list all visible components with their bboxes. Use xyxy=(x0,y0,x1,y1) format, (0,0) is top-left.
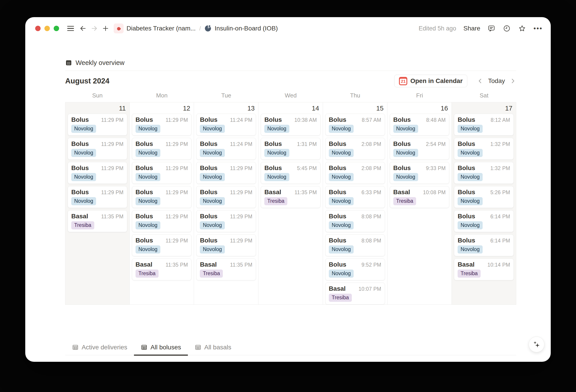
insulin-tag: Novolog xyxy=(200,245,225,253)
event-card-bolus[interactable]: Bolus1:32 PMNovolog xyxy=(454,162,514,184)
event-card-bolus[interactable]: Bolus11:29 PMNovolog xyxy=(68,162,127,184)
event-card-bolus[interactable]: Bolus11:29 PMNovolog xyxy=(68,186,127,208)
event-card-bolus[interactable]: Bolus1:31 PMNovolog xyxy=(261,138,320,160)
event-time: 2:08 PM xyxy=(362,165,381,171)
event-card-header: Bolus11:29 PM xyxy=(200,213,252,220)
history-icon[interactable] xyxy=(503,24,511,32)
open-in-calendar-button[interactable]: 21 Open in Calendar xyxy=(394,75,467,87)
calendar-toolbar: August 2024 21 Open in Calendar Today xyxy=(65,74,516,88)
event-card-bolus[interactable]: Bolus11:29 PMNovolog xyxy=(132,234,192,256)
event-card-header: Bolus1:32 PM xyxy=(458,164,510,172)
event-card-header: Basal10:14 PM xyxy=(458,261,510,268)
event-time: 5:45 PM xyxy=(297,165,317,171)
close-button[interactable] xyxy=(35,26,41,31)
event-card-basal[interactable]: Basal10:08 PMTresiba xyxy=(390,186,450,208)
event-title: Bolus xyxy=(393,164,411,172)
event-card-bolus[interactable]: Bolus11:29 PMNovolog xyxy=(132,186,192,208)
event-title: Bolus xyxy=(458,237,475,244)
view-title[interactable]: Weekly overview xyxy=(76,59,124,66)
more-options-icon[interactable]: ••• xyxy=(533,25,543,32)
tab-label: All basals xyxy=(204,344,231,351)
event-card-bolus[interactable]: Bolus1:32 PMNovolog xyxy=(454,138,514,160)
today-button[interactable]: Today xyxy=(488,77,505,85)
event-card-bolus[interactable]: Bolus11:29 PMNovolog xyxy=(132,210,192,232)
event-card-bolus[interactable]: Bolus8:57 AMNovolog xyxy=(325,114,385,136)
event-time: 11:29 PM xyxy=(166,117,188,123)
event-card-bolus[interactable]: Bolus11:29 PMNovolog xyxy=(196,186,256,208)
event-card-basal[interactable]: Basal10:14 PMTresiba xyxy=(454,258,514,280)
event-card-bolus[interactable]: Bolus2:08 PMNovolog xyxy=(325,138,385,160)
event-title: Bolus xyxy=(329,261,346,268)
event-card-bolus[interactable]: Bolus11:29 PMNovolog xyxy=(132,138,192,160)
event-title: Bolus xyxy=(71,188,89,196)
day-header-tue: Tue xyxy=(194,92,259,99)
event-card-bolus[interactable]: Bolus10:38 AMNovolog xyxy=(261,114,320,136)
comments-icon[interactable] xyxy=(487,24,495,32)
view-tabs: Active deliveriesAll bolusesAll basals xyxy=(65,344,516,355)
event-card-bolus[interactable]: Bolus11:29 PMNovolog xyxy=(68,138,127,160)
event-card-bolus[interactable]: Bolus5:26 PMNovolog xyxy=(454,186,514,208)
event-card-basal[interactable]: Basal11:35 PMTresiba xyxy=(261,186,320,208)
event-tags: Novolog xyxy=(71,149,124,157)
event-card-bolus[interactable]: Bolus6:33 PMNovolog xyxy=(325,186,385,208)
day-column-17: 17Bolus8:12 AMNovologBolus1:32 PMNovolog… xyxy=(452,102,516,304)
event-card-bolus[interactable]: Bolus11:24 PMNovolog xyxy=(196,114,256,136)
event-card-bolus[interactable]: Bolus11:29 PMNovolog xyxy=(132,162,192,184)
event-card-bolus[interactable]: Bolus8:08 PMNovolog xyxy=(325,210,385,232)
zoom-button[interactable] xyxy=(54,26,59,31)
event-tags: Novolog xyxy=(329,173,381,181)
tab-all-boluses[interactable]: All boluses xyxy=(134,344,188,355)
event-time: 11:35 PM xyxy=(101,213,124,220)
event-card-bolus[interactable]: Bolus2:54 PMNovolog xyxy=(390,138,450,160)
event-card-basal[interactable]: Basal10:07 PMTresiba xyxy=(325,283,385,304)
breadcrumb-root[interactable]: Diabetes Tracker (nam... xyxy=(114,24,196,33)
new-page-button[interactable] xyxy=(101,24,111,33)
event-tags: Novolog xyxy=(393,125,446,133)
forward-button[interactable] xyxy=(89,24,99,33)
insulin-tag: Tresiba xyxy=(329,294,352,302)
back-button[interactable] xyxy=(78,24,88,33)
event-card-bolus[interactable]: Bolus11:29 PMNovolog xyxy=(132,114,192,136)
previous-week-button[interactable] xyxy=(477,78,484,84)
insulin-tag: Novolog xyxy=(329,221,354,229)
date-number: 15 xyxy=(323,102,387,113)
event-card-header: Bolus6:14 PM xyxy=(458,213,510,220)
event-card-bolus[interactable]: Bolus8:12 AMNovolog xyxy=(454,114,514,136)
tab-active-deliveries[interactable]: Active deliveries xyxy=(65,344,134,355)
event-card-bolus[interactable]: Bolus2:08 PMNovolog xyxy=(325,162,385,184)
event-card-bolus[interactable]: Bolus6:14 PMNovolog xyxy=(454,210,514,232)
events-list: Bolus8:12 AMNovologBolus1:32 PMNovologBo… xyxy=(452,113,516,281)
event-card-bolus[interactable]: Bolus9:33 PMNovolog xyxy=(390,162,450,184)
insulin-tag: Novolog xyxy=(393,149,418,157)
event-card-bolus[interactable]: Bolus11:29 PMNovolog xyxy=(196,162,256,184)
event-card-bolus[interactable]: Bolus11:29 PMNovolog xyxy=(68,114,127,136)
event-card-bolus[interactable]: Bolus8:48 AMNovolog xyxy=(390,114,450,136)
event-card-bolus[interactable]: Bolus5:45 PMNovolog xyxy=(261,162,320,184)
event-card-bolus[interactable]: Bolus11:29 PMNovolog xyxy=(196,210,256,232)
pie-chart-icon xyxy=(204,25,212,32)
minimize-button[interactable] xyxy=(44,26,50,31)
insulin-tag: Novolog xyxy=(264,125,289,133)
event-card-bolus[interactable]: Bolus11:24 PMNovolog xyxy=(196,138,256,160)
event-card-bolus[interactable]: Bolus11:29 PMNovolog xyxy=(196,234,256,256)
favorite-icon[interactable] xyxy=(518,24,526,32)
breadcrumb-page[interactable]: Insulin-on-Board (IOB) xyxy=(204,25,278,32)
event-card-bolus[interactable]: Bolus8:08 PMNovolog xyxy=(325,234,385,256)
tab-all-basals[interactable]: All basals xyxy=(188,344,238,355)
event-card-header: Bolus8:48 AM xyxy=(393,116,446,123)
share-button[interactable]: Share xyxy=(463,25,480,32)
event-title: Bolus xyxy=(136,140,153,148)
event-time: 11:35 PM xyxy=(230,262,252,268)
day-header-mon: Mon xyxy=(130,92,194,99)
event-card-basal[interactable]: Basal11:35 PMTresiba xyxy=(196,258,256,280)
next-week-button[interactable] xyxy=(510,78,516,84)
event-card-basal[interactable]: Basal11:35 PMTresiba xyxy=(132,258,192,280)
event-card-header: Bolus8:57 AM xyxy=(329,116,381,123)
event-card-bolus[interactable]: Bolus6:14 PMNovolog xyxy=(454,234,514,256)
event-card-bolus[interactable]: Bolus9:52 PMNovolog xyxy=(325,258,385,280)
sidebar-menu-icon[interactable] xyxy=(67,26,74,31)
event-tags: Novolog xyxy=(329,149,381,157)
event-card-basal[interactable]: Basal11:35 PMTresiba xyxy=(68,210,127,232)
ai-assistant-button[interactable] xyxy=(529,336,545,352)
event-card-header: Bolus11:24 PM xyxy=(200,116,252,123)
